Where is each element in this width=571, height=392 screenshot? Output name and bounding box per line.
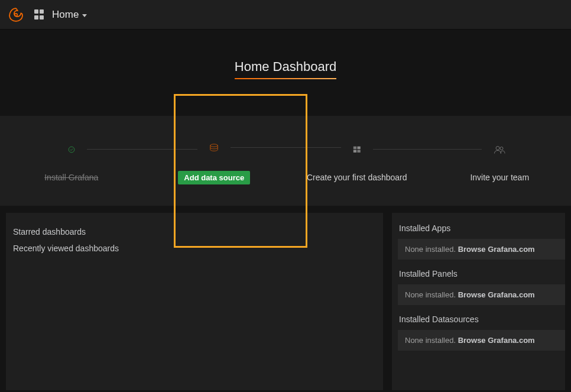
browse-grafana-link[interactable]: Browse Grafana.com — [458, 245, 535, 254]
step-label: Create your first dashboard — [307, 173, 407, 182]
recently-viewed-dashboards-header: Recently viewed dashboards — [13, 240, 376, 257]
svg-rect-3 — [353, 147, 356, 150]
svg-point-7 — [496, 147, 499, 150]
dashboards-panel: Starred dashboards Recently viewed dashb… — [6, 213, 383, 390]
step-invite-team[interactable]: Invite your team — [429, 140, 572, 182]
checkmark-circle-icon — [62, 140, 81, 159]
step-add-data-source[interactable]: Add data source — [143, 138, 286, 184]
installed-panels-empty: None installed. Browse Grafana.com — [398, 284, 565, 305]
getting-started-steps: Install Grafana Add data source Create y… — [0, 116, 571, 206]
none-installed-text: None installed. — [405, 290, 458, 299]
svg-point-8 — [500, 147, 503, 150]
installed-apps-empty: None installed. Browse Grafana.com — [398, 239, 565, 260]
grafana-logo-icon — [8, 7, 24, 22]
installed-datasources-empty: None installed. Browse Grafana.com — [398, 330, 565, 351]
installed-panel: Installed Apps None installed. Browse Gr… — [392, 213, 565, 390]
starred-dashboards-header: Starred dashboards — [13, 223, 376, 240]
step-label: Invite your team — [470, 173, 529, 182]
svg-point-0 — [15, 13, 18, 16]
installed-panels-title: Installed Panels — [392, 269, 565, 284]
breadcrumb-home[interactable]: Home — [52, 9, 87, 21]
none-installed-text: None installed. — [405, 336, 458, 345]
step-label: Install Grafana — [44, 173, 98, 182]
users-icon — [488, 141, 511, 158]
svg-point-2 — [210, 144, 218, 146]
page-title: Home Dashboard — [235, 59, 336, 79]
step-create-dashboard[interactable]: Create your first dashboard — [286, 140, 429, 182]
chevron-down-icon — [82, 14, 87, 17]
panels-row: Starred dashboards Recently viewed dashb… — [0, 213, 571, 390]
page-title-wrap: Home Dashboard — [0, 59, 571, 79]
svg-rect-4 — [357, 147, 360, 150]
browse-grafana-link[interactable]: Browse Grafana.com — [458, 290, 535, 299]
dashboard-icon — [347, 141, 367, 158]
step-install-grafana: Install Grafana — [0, 140, 143, 182]
svg-point-1 — [69, 147, 74, 153]
none-installed-text: None installed. — [405, 245, 458, 254]
installed-datasources-title: Installed Datasources — [392, 315, 565, 330]
dashboard-grid-icon[interactable] — [34, 9, 45, 20]
navbar: Home — [0, 0, 571, 30]
svg-rect-6 — [357, 150, 360, 153]
browse-grafana-link[interactable]: Browse Grafana.com — [458, 336, 535, 345]
add-data-source-button[interactable]: Add data source — [178, 171, 250, 184]
installed-apps-title: Installed Apps — [392, 223, 565, 239]
svg-rect-5 — [353, 150, 356, 153]
breadcrumb-label: Home — [52, 9, 79, 21]
database-icon — [203, 139, 225, 157]
